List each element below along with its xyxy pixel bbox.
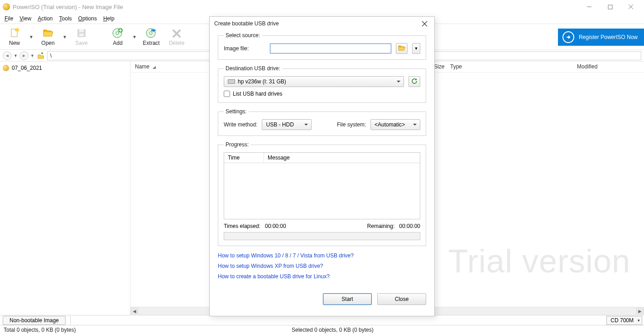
nav-back-history[interactable]: ▼ (14, 53, 18, 58)
tool-label: Save (75, 40, 87, 46)
add-icon (111, 27, 124, 39)
tool-label: Add (113, 40, 122, 46)
svg-rect-8 (79, 29, 84, 32)
tool-new[interactable]: New (3, 25, 26, 48)
link-win10[interactable]: How to setup Windows 10 / 8 / 7 / Vista … (218, 252, 426, 260)
image-file-history-dropdown[interactable]: ▼ (412, 43, 420, 54)
menu-tools[interactable]: Tools (59, 15, 72, 22)
label-remaining: Remaining: (367, 223, 395, 229)
tool-open[interactable]: Open (36, 25, 60, 48)
svg-point-11 (116, 32, 119, 34)
new-file-icon (8, 27, 21, 39)
progress-log-table: Time Message (224, 152, 420, 219)
menu-action[interactable]: Action (38, 15, 53, 22)
save-icon (75, 27, 88, 39)
tree-node-label: 07_06_2021 (12, 65, 42, 71)
scroll-right-icon[interactable]: ► (636, 307, 644, 315)
sort-asc-icon: ◢ (153, 65, 156, 69)
tool-add-dropdown[interactable]: ▼ (131, 25, 138, 48)
close-dialog-button[interactable]: Close (377, 293, 426, 305)
group-select-source: Select source: Image file: ▼ (218, 32, 426, 60)
disc-icon (3, 65, 9, 71)
link-linux[interactable]: How to create a bootable USB drive for L… (218, 272, 426, 281)
tool-save[interactable]: Save (70, 25, 93, 48)
menu-file[interactable]: File (5, 15, 13, 22)
dialog-close-button[interactable] (419, 18, 430, 29)
legend-destination: Destination USB drive: (224, 65, 282, 72)
watermark-text: Trial version (448, 242, 630, 280)
nav-forward-button[interactable]: ► (19, 51, 29, 60)
value-remaining: 00:00:00 (399, 223, 420, 229)
tool-new-dropdown[interactable]: ▼ (28, 25, 34, 48)
combo-destination-value: hp v236w (I: 31 GB) (238, 78, 286, 85)
refresh-icon (411, 78, 418, 86)
nav-forward-history[interactable]: ▼ (30, 53, 34, 58)
menu-help[interactable]: Help (103, 15, 115, 22)
tool-add[interactable]: Add (106, 25, 130, 48)
tree-root-node[interactable]: 07_06_2021 (3, 63, 127, 73)
maximize-button[interactable] (600, 0, 620, 14)
input-image-file[interactable] (270, 44, 391, 53)
value-elapsed: 00:00:00 (265, 223, 286, 229)
boot-type-button[interactable]: Non-bootable Image (3, 316, 66, 325)
arrow-circle-icon (562, 31, 574, 43)
browse-image-button[interactable] (396, 43, 408, 54)
status-total: Total 0 objects, 0 KB (0 bytes) (2, 327, 290, 333)
tool-label: Delete (169, 40, 185, 46)
minimize-button[interactable] (579, 0, 600, 14)
tool-delete[interactable]: Delete (165, 25, 188, 48)
legend-source: Select source: (224, 32, 262, 39)
tree-pane: 07_06_2021 (0, 62, 130, 315)
register-banner[interactable]: Register PowerISO Now (558, 29, 644, 46)
combo-write-method[interactable]: USB - HDD (262, 119, 312, 130)
dialog-titlebar: Create bootable USB drive (210, 17, 434, 30)
combo-destination-drive[interactable]: hp v236w (I: 31 GB) (224, 76, 404, 87)
media-size-combo[interactable]: CD 700M (606, 316, 642, 325)
label-elapsed: Times elapsed: (224, 223, 260, 229)
tool-extract[interactable]: Extract (139, 25, 163, 48)
window-title: PowerISO (Trial version) - New Image Fil… (13, 4, 123, 10)
svg-point-16 (149, 32, 152, 34)
legend-settings: Settings: (224, 108, 249, 115)
open-folder-icon (42, 27, 54, 39)
usb-drive-icon (228, 79, 235, 84)
svg-point-6 (15, 28, 19, 32)
extract-icon (145, 27, 158, 39)
statusbar-upper: Non-bootable Image CD 700M (0, 315, 644, 325)
legend-progress: Progress: (224, 141, 250, 148)
progress-bar (224, 232, 420, 240)
register-label: Register PowerISO Now (579, 34, 638, 40)
group-settings: Settings: Write method: USB - HDD File s… (218, 108, 426, 136)
group-destination: Destination USB drive: hp v236w (I: 31 G… (218, 65, 426, 103)
app-icon (3, 3, 10, 10)
help-links: How to setup Windows 10 / 8 / 7 / Vista … (218, 252, 426, 281)
progress-col-time[interactable]: Time (224, 153, 264, 163)
checkbox-label: List USB hard drives (233, 91, 282, 97)
label-image-file: Image file: (224, 45, 265, 52)
svg-rect-1 (608, 5, 612, 9)
tool-label: Extract (143, 40, 159, 46)
nav-up-button[interactable] (36, 51, 45, 60)
tool-open-dropdown[interactable]: ▼ (62, 25, 68, 48)
checkbox-list-usb-hdd-input[interactable] (224, 91, 230, 97)
label-file-system: File system: (337, 121, 366, 128)
titlebar: PowerISO (Trial version) - New Image Fil… (0, 0, 644, 14)
progress-col-message[interactable]: Message (264, 153, 293, 163)
dialog-title: Create bootable USB drive (214, 20, 279, 27)
menu-options[interactable]: Options (78, 15, 97, 22)
tool-label: New (9, 40, 20, 46)
scroll-left-icon[interactable]: ◄ (130, 307, 139, 315)
link-winxp[interactable]: How to setup Windows XP from USB drive? (218, 262, 426, 271)
col-modified[interactable]: Modified (572, 62, 644, 72)
close-button[interactable] (620, 0, 641, 14)
combo-file-system[interactable]: <Automatic> (370, 119, 420, 130)
nav-back-button[interactable]: ◄ (3, 51, 12, 60)
menu-view[interactable]: View (19, 15, 31, 22)
checkbox-list-usb-hdd[interactable]: List USB hard drives (224, 91, 420, 97)
refresh-drives-button[interactable] (409, 76, 420, 87)
tool-label: Open (41, 40, 54, 46)
folder-open-icon (398, 45, 405, 53)
start-button[interactable]: Start (323, 293, 372, 305)
col-type[interactable]: Type (446, 62, 572, 72)
dialog-create-bootable-usb: Create bootable USB drive Select source:… (209, 16, 435, 316)
